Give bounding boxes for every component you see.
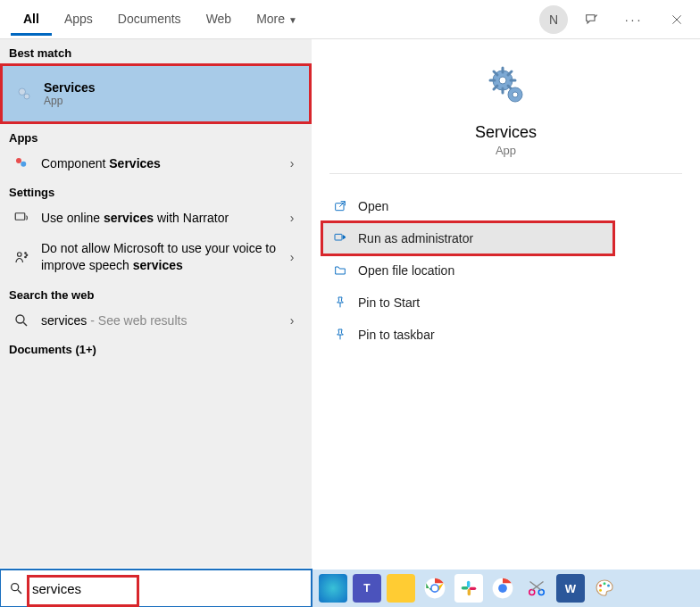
svg-point-10 [25,256,27,258]
speech-icon [11,249,32,265]
chevron-right-icon: › [283,211,301,225]
shield-icon [333,231,358,245]
result-services-app[interactable]: Services App [0,63,312,124]
chevron-right-icon: › [283,250,301,264]
result-title: Do not allow Microsoft to use your voice… [41,240,283,274]
action-run-as-administrator[interactable]: Run as administrator [322,222,613,254]
search-icon [11,312,32,328]
svg-point-7 [18,253,22,257]
svg-rect-27 [462,586,469,589]
services-app-icon [485,64,528,107]
svg-point-39 [599,589,602,592]
result-title: Component Services [41,156,283,170]
preview-pane: Services App Open Run as administrator O… [312,39,700,568]
action-pin-to-start[interactable]: Pin to Start [322,287,689,319]
pin-icon [333,328,358,342]
search-box[interactable] [0,570,312,607]
svg-point-32 [529,590,535,595]
tab-all[interactable]: All [11,3,52,36]
preview-title: Services [475,123,537,142]
svg-point-33 [538,590,544,595]
result-narrator-services[interactable]: Use online services with Narrator › [0,203,312,233]
svg-rect-29 [470,587,477,590]
section-documents: Documents (1+) [0,336,312,360]
svg-point-25 [432,586,438,592]
taskbar: T W [0,570,700,607]
open-icon [333,199,358,213]
pin-icon [333,295,358,310]
svg-point-2 [19,88,26,96]
section-web: Search the web [0,281,312,305]
result-title: Services [44,80,298,95]
user-avatar[interactable]: N [539,5,568,34]
svg-point-38 [607,585,610,587]
result-subtitle: App [44,95,298,107]
feedback-icon[interactable] [571,0,611,39]
svg-rect-18 [335,234,342,240]
taskbar-chrome-icon[interactable] [421,574,449,603]
tab-web[interactable]: Web [194,3,245,36]
search-icon [0,581,32,595]
taskbar-chrome2-icon[interactable] [488,574,517,603]
monitor-icon [11,210,32,226]
svg-point-11 [16,315,24,323]
taskbar-paint-icon[interactable] [590,574,619,603]
tab-apps[interactable]: Apps [52,3,105,36]
taskbar-edge-icon[interactable] [319,574,347,603]
result-component-services[interactable]: Component Services › [0,148,312,179]
search-input[interactable] [32,570,312,607]
taskbar-teams-icon[interactable]: T [353,574,381,603]
result-speech-services[interactable]: Do not allow Microsoft to use your voice… [0,233,312,281]
svg-line-12 [23,322,27,326]
section-settings: Settings [0,179,312,203]
svg-point-3 [24,94,29,99]
preview-subtitle: App [496,144,516,157]
taskbar-explorer-icon[interactable] [387,574,415,603]
action-pin-to-taskbar[interactable]: Pin to taskbar [322,319,689,351]
section-apps: Apps [0,124,312,148]
taskbar-snip-icon[interactable] [522,574,551,603]
folder-icon [333,263,358,278]
svg-point-5 [21,162,26,167]
gears-icon [13,86,35,102]
svg-point-14 [499,77,506,84]
svg-point-9 [26,254,28,256]
tab-documents[interactable]: Documents [105,3,194,36]
taskbar-word-icon[interactable]: W [556,574,585,603]
svg-point-21 [12,584,19,591]
taskbar-apps: T W [312,574,619,603]
action-open-file-location[interactable]: Open file location [322,254,689,287]
result-title: Use online services with Narrator [41,211,283,225]
component-icon [11,155,32,171]
svg-point-37 [604,582,606,585]
svg-point-16 [512,92,518,97]
chevron-right-icon: › [283,313,301,328]
svg-point-8 [25,253,27,254]
svg-point-36 [599,585,602,587]
result-web-search[interactable]: services - See web results › [0,305,312,336]
taskbar-slack-icon[interactable] [454,574,483,603]
result-title: services - See web results [41,313,283,328]
svg-rect-6 [15,213,25,220]
tab-more[interactable]: More▼ [244,3,310,36]
svg-line-22 [18,590,21,594]
preview-actions: Open Run as administrator Open file loca… [312,174,700,351]
more-options-icon[interactable]: ··· [614,12,654,27]
filter-tabs: All Apps Documents Web More▼ N ··· [0,0,700,39]
svg-point-31 [498,584,507,593]
action-open[interactable]: Open [322,190,689,222]
close-icon[interactable] [657,0,696,39]
results-pane: Best match Services App Apps Component S… [0,39,312,568]
section-best-match: Best match [0,39,312,63]
chevron-right-icon: › [283,156,301,170]
svg-point-4 [16,158,21,163]
